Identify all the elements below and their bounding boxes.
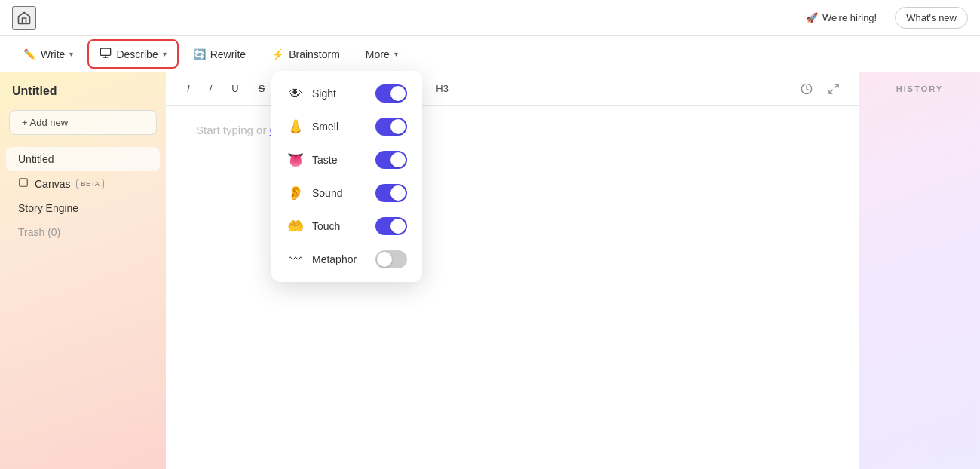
canvas-label: Canvas	[35, 178, 70, 190]
brainstorm-icon: ⚡	[271, 48, 284, 60]
taste-icon: 👅	[286, 152, 305, 168]
write-button[interactable]: ✏️ Write ▾	[12, 41, 84, 67]
canvas-icon	[18, 177, 29, 190]
expand-icon-button[interactable]	[823, 78, 844, 100]
bold-button[interactable]: /	[204, 80, 219, 97]
history-icon-button[interactable]	[796, 78, 817, 100]
top-bar: 🚀 We're hiring! What's new	[0, 0, 980, 36]
describe-icon	[100, 47, 112, 61]
svg-rect-3	[20, 179, 28, 187]
more-chevron-icon: ▾	[394, 50, 398, 58]
svg-line-6	[829, 90, 833, 93]
brainstorm-button[interactable]: ⚡ Brainstorm	[260, 41, 351, 67]
smell-toggle-knob	[390, 119, 406, 134]
sound-icon: 👂	[286, 185, 305, 201]
write-label: Write	[41, 48, 65, 60]
dropdown-item-taste[interactable]: 👅Taste	[277, 143, 416, 176]
describe-dropdown: 👁Sight👃Smell👅Taste👂Sound🤲Touch〰Metaphor	[271, 71, 422, 282]
add-new-label: + Add new	[22, 117, 68, 128]
svg-rect-0	[101, 48, 111, 55]
touch-toggle-knob	[390, 219, 406, 234]
taste-label: Taste	[312, 154, 337, 166]
underline-button[interactable]: U	[225, 80, 244, 97]
smell-icon: 👃	[286, 118, 305, 135]
smell-toggle[interactable]	[375, 118, 407, 136]
whats-new-label: What's new	[906, 12, 957, 23]
strikethrough-label: S	[259, 83, 265, 94]
sidebar-item-story-engine[interactable]: Story Engine	[6, 196, 160, 220]
rewrite-label: Rewrite	[210, 48, 246, 60]
dropdown-item-sight[interactable]: 👁Sight	[277, 77, 416, 110]
dropdown-item-sound[interactable]: 👂Sound	[277, 176, 416, 210]
metaphor-label: Metaphor	[312, 253, 357, 265]
h3-label: H3	[436, 83, 449, 94]
add-new-button[interactable]: + Add new	[9, 110, 157, 135]
history-label: HISTORY	[896, 84, 943, 93]
taste-toggle[interactable]	[375, 151, 407, 169]
top-bar-right: 🚀 We're hiring! What's new	[795, 7, 968, 29]
metaphor-icon: 〰	[286, 252, 305, 268]
h3-button[interactable]: H3	[430, 80, 455, 97]
italic-label: I	[187, 83, 190, 94]
editor-icons	[796, 78, 844, 100]
sidebar-item-label: Untitled	[18, 153, 54, 165]
metaphor-toggle-knob	[377, 252, 392, 267]
describe-label: Describe	[116, 48, 158, 60]
underline-label: U	[231, 83, 238, 94]
sound-toggle-knob	[390, 185, 406, 201]
main-toolbar: ✏️ Write ▾ Describe ▾ 🔄 Rewrite ⚡ Brains…	[0, 36, 980, 72]
italic-button[interactable]: I	[181, 80, 196, 97]
hiring-label: We're hiring!	[822, 12, 877, 23]
dropdown-item-smell[interactable]: 👃Smell	[277, 110, 416, 143]
editor-toolbar: I / U S List Body H1 H2	[166, 72, 859, 106]
sidebar-item-untitled[interactable]: Untitled	[6, 147, 160, 171]
editor-placeholder: Start typing or	[196, 124, 270, 136]
describe-chevron-icon: ▾	[163, 50, 167, 58]
rewrite-icon: 🔄	[193, 48, 206, 60]
sight-toggle[interactable]	[375, 84, 407, 103]
hiring-button[interactable]: 🚀 We're hiring!	[795, 8, 887, 28]
rewrite-button[interactable]: 🔄 Rewrite	[182, 41, 257, 67]
write-icon: ✏️	[23, 48, 36, 60]
dropdown-item-touch[interactable]: 🤲Touch	[277, 210, 416, 243]
touch-label: Touch	[312, 220, 340, 232]
story-engine-label: Story Engine	[18, 202, 78, 214]
sidebar-item-trash[interactable]: Trash (0)	[6, 220, 160, 244]
sound-label: Sound	[312, 187, 342, 199]
sight-toggle-knob	[390, 86, 406, 101]
write-chevron-icon: ▾	[69, 50, 73, 58]
strikethrough-button[interactable]: S	[253, 80, 271, 97]
beta-badge: BETA	[76, 179, 104, 189]
touch-icon: 🤲	[286, 218, 305, 234]
main-layout: Untitled + Add new Untitled Canvas BETA …	[0, 72, 980, 469]
home-button[interactable]	[12, 6, 36, 30]
svg-line-5	[835, 84, 838, 88]
more-button[interactable]: More ▾	[354, 41, 409, 67]
bold-label: /	[210, 83, 213, 94]
sidebar-item-canvas[interactable]: Canvas BETA	[6, 171, 160, 196]
taste-toggle-knob	[390, 152, 406, 167]
dropdown-item-metaphor[interactable]: 〰Metaphor	[277, 243, 416, 276]
right-panel: HISTORY	[859, 72, 980, 469]
sound-toggle[interactable]	[375, 184, 407, 202]
sight-icon: 👁	[286, 86, 305, 102]
editor-area: I / U S List Body H1 H2	[166, 72, 859, 469]
smell-label: Smell	[312, 121, 338, 133]
sight-label: Sight	[312, 87, 336, 100]
editor-content[interactable]: Start typing or Generate a first draft	[166, 106, 859, 469]
more-label: More	[366, 48, 390, 60]
metaphor-toggle[interactable]	[375, 250, 407, 268]
whats-new-button[interactable]: What's new	[895, 7, 968, 29]
describe-button[interactable]: Describe ▾	[87, 39, 178, 69]
sidebar: Untitled + Add new Untitled Canvas BETA …	[0, 72, 166, 469]
rocket-icon: 🚀	[806, 12, 818, 23]
trash-label: Trash (0)	[18, 226, 60, 238]
top-bar-left	[12, 6, 36, 30]
brainstorm-label: Brainstorm	[289, 48, 340, 60]
touch-toggle[interactable]	[375, 217, 407, 235]
sidebar-title: Untitled	[0, 84, 166, 110]
